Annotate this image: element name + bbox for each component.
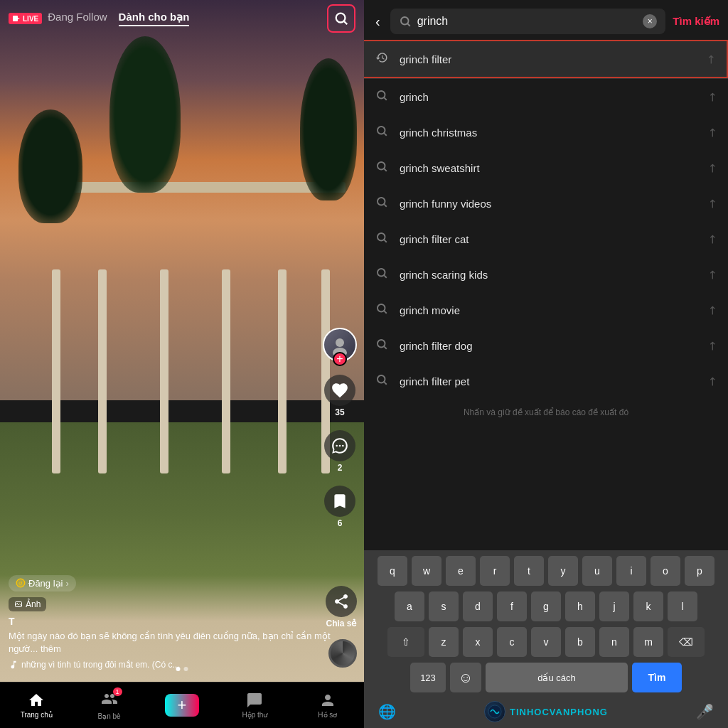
svg-line-26 (384, 275, 386, 277)
like-count: 35 (335, 407, 344, 417)
user-avatar[interactable]: + (323, 328, 357, 362)
suggestion-item-grinch-funny-videos[interactable]: grinch funny videos ↗ (364, 186, 728, 221)
key-e[interactable]: e (446, 556, 476, 586)
tab-follow[interactable]: Đang Follow (48, 11, 107, 26)
keyboard-bottom-bar: 🌐 TINHOCVANPHONG 🎤 (367, 695, 725, 725)
live-badge: LIVE (9, 13, 42, 24)
search-icon (375, 196, 390, 211)
key-r[interactable]: r (480, 556, 510, 586)
key-q[interactable]: q (378, 556, 407, 586)
repost-button[interactable]: ↺ Đăng lại › (9, 575, 76, 592)
suggestion-item-grinch-movie[interactable]: grinch movie ↗ (364, 292, 728, 328)
key-x[interactable]: x (463, 627, 493, 657)
key-c[interactable]: c (497, 627, 527, 657)
suggestion-text: grinch sweatshirt (400, 162, 697, 174)
pergola-column (278, 269, 287, 473)
key-t[interactable]: t (514, 556, 544, 586)
follow-button[interactable]: + (333, 352, 347, 366)
key-n[interactable]: n (599, 627, 629, 657)
search-button[interactable] (327, 4, 355, 33)
suggestion-item-grinch-filter-pet[interactable]: grinch filter pet ↗ (364, 363, 728, 399)
comment-icon-container (324, 430, 355, 461)
key-o[interactable]: o (651, 556, 680, 586)
search-submit-button[interactable]: Tìm kiếm (673, 15, 719, 28)
tree-left (18, 109, 82, 223)
search-bar[interactable]: × (390, 9, 666, 34)
key-z[interactable]: z (429, 627, 459, 657)
nav-home-label: Trang chủ (21, 711, 53, 719)
search-icon (399, 15, 412, 28)
suggestion-item-grinch-filter-dog[interactable]: grinch filter dog ↗ (364, 328, 728, 363)
search-icon (375, 160, 390, 176)
key-l[interactable]: l (668, 592, 697, 621)
suggestion-item-grinch-filter[interactable]: grinch filter ↗ (364, 40, 728, 78)
key-p[interactable]: p (685, 556, 714, 586)
like-button[interactable]: 35 (324, 375, 355, 417)
search-icon (375, 302, 390, 318)
key-delete[interactable]: ⌫ (668, 627, 705, 657)
suggestion-text: grinch filter (400, 53, 696, 65)
key-i[interactable]: i (616, 556, 646, 586)
key-emoji[interactable]: ☺ (450, 663, 481, 692)
key-d[interactable]: d (463, 592, 493, 621)
search-input[interactable] (417, 15, 638, 28)
svg-point-31 (378, 375, 385, 383)
key-g[interactable]: g (531, 592, 561, 621)
key-f[interactable]: f (497, 592, 527, 621)
key-h[interactable]: h (565, 592, 595, 621)
pergola-column (52, 269, 60, 473)
svg-line-16 (384, 97, 386, 100)
nav-inbox[interactable]: Hộp thư (218, 692, 291, 719)
key-m[interactable]: m (633, 627, 663, 657)
suggestion-text: grinch christmas (400, 127, 697, 139)
svg-point-25 (378, 269, 385, 277)
svg-line-24 (384, 240, 386, 242)
key-numbers[interactable]: 123 (410, 663, 446, 692)
suggestion-item-grinch[interactable]: grinch ↗ (364, 79, 728, 114)
nav-create[interactable]: + (146, 694, 218, 717)
key-u[interactable]: u (582, 556, 612, 586)
search-icon (375, 338, 390, 353)
clear-search-button[interactable]: × (643, 14, 657, 28)
nav-profile[interactable]: Hồ sơ (291, 692, 364, 719)
tab-for-you[interactable]: Dành cho bạn (119, 11, 190, 26)
svg-point-23 (378, 233, 385, 241)
key-y[interactable]: y (548, 556, 578, 586)
svg-line-30 (384, 346, 386, 348)
key-go[interactable]: Tìm (632, 663, 682, 692)
key-a[interactable]: a (395, 592, 424, 621)
keyboard-row-4: 123 ☺ dấu cách Tìm (367, 663, 725, 692)
key-v[interactable]: v (531, 627, 561, 657)
history-icon (375, 51, 390, 67)
svg-point-8 (342, 444, 344, 446)
nav-profile-label: Hồ sơ (318, 711, 337, 719)
repost-label: Đăng lại (28, 578, 63, 589)
key-shift[interactable]: ⇧ (387, 627, 424, 657)
globe-icon[interactable]: 🌐 (378, 703, 396, 720)
comment-button[interactable]: 2 (324, 430, 355, 473)
tree-center (109, 36, 181, 193)
like-icon-container (324, 375, 355, 406)
key-b[interactable]: b (565, 627, 595, 657)
back-button[interactable]: ‹ (373, 11, 383, 33)
key-s[interactable]: s (429, 592, 459, 621)
create-button[interactable]: + (165, 694, 199, 717)
pergola-structure (36, 182, 346, 473)
key-k[interactable]: k (633, 592, 663, 621)
suggestion-item-grinch-filter-cat[interactable]: grinch filter cat ↗ (364, 221, 728, 257)
nav-home[interactable]: Trang chủ (0, 692, 73, 719)
key-w[interactable]: w (412, 556, 441, 586)
suggestion-item-grinch-sweatshirt[interactable]: grinch sweatshirt ↗ (364, 150, 728, 186)
suggestion-arrow-icon: ↗ (704, 373, 720, 390)
suggestion-item-grinch-scaring-kids[interactable]: grinch scaring kids ↗ (364, 257, 728, 292)
microphone-icon[interactable]: 🎤 (696, 703, 714, 720)
search-icon (375, 124, 390, 140)
nav-friends[interactable]: 1 Bạn bè (73, 690, 145, 720)
key-space[interactable]: dấu cách (486, 663, 628, 692)
action-bar: + 35 2 6 (323, 328, 357, 528)
svg-line-18 (384, 133, 386, 135)
key-j[interactable]: j (599, 592, 629, 621)
svg-point-2 (336, 14, 346, 23)
bookmark-button[interactable]: 6 (324, 486, 355, 528)
suggestion-item-grinch-christmas[interactable]: grinch christmas ↗ (364, 114, 728, 150)
